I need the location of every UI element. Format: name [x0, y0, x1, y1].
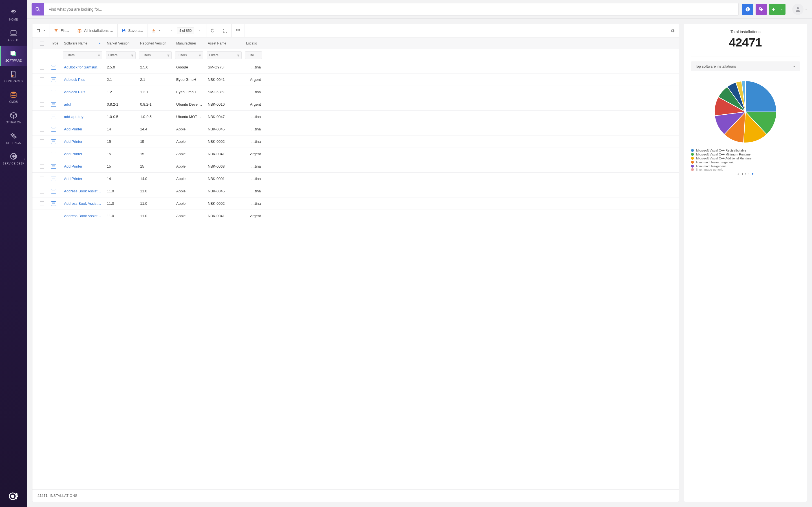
chart-dropdown-label: Top software installations: [695, 64, 736, 68]
table-row[interactable]: Address Book Assista… 11.0 11.0 Apple NB…: [33, 210, 679, 222]
col-manufacturer[interactable]: Manufacturer: [173, 41, 205, 45]
row-manufacturer: Apple: [173, 202, 205, 206]
search-button[interactable]: [32, 3, 44, 15]
tag-button[interactable]: [756, 4, 767, 15]
download-menu[interactable]: [147, 24, 165, 37]
table-row[interactable]: Add Printer 15 15 Apple NBK-0002 …tina: [33, 135, 679, 148]
row-checkbox[interactable]: [40, 189, 44, 193]
legend-prev[interactable]: ▲: [737, 172, 740, 175]
select-all-checkbox[interactable]: [40, 41, 44, 46]
grid-view-button[interactable]: [232, 24, 245, 37]
filter-asset[interactable]: [207, 51, 242, 59]
sidebar-item-contracts[interactable]: CONTRACTS: [0, 66, 27, 87]
filter-market-version[interactable]: [106, 51, 136, 59]
row-market-version: 1.2: [104, 90, 137, 94]
sidebar-item-home[interactable]: HOME: [0, 4, 27, 25]
save-icon: [121, 29, 126, 33]
table-row[interactable]: Add Printer 14 14.0 Apple NBK-0001 …tina: [33, 173, 679, 185]
save-button[interactable]: Save a…: [117, 24, 147, 37]
pager-next[interactable]: [197, 27, 202, 35]
columns-menu[interactable]: [33, 24, 50, 37]
col-software-name[interactable]: Software Name▲: [61, 41, 104, 45]
sidebar-item-software[interactable]: SOFTWARE: [0, 46, 27, 66]
table-row[interactable]: Add Printer 15 15 Apple NBK-0041 Argent: [33, 148, 679, 160]
row-asset-name: NBK-0001: [205, 177, 243, 181]
fullscreen-button[interactable]: [219, 24, 232, 37]
row-checkbox[interactable]: [40, 164, 44, 169]
row-checkbox[interactable]: [40, 90, 44, 94]
col-location[interactable]: Locatio: [243, 41, 264, 45]
row-software-name[interactable]: Address Book Assista…: [61, 202, 104, 206]
filter-location[interactable]: [245, 51, 262, 59]
add-button[interactable]: [769, 4, 785, 15]
settings-button[interactable]: [666, 24, 679, 37]
row-software-name[interactable]: Add Printer: [61, 139, 104, 144]
legend-item[interactable]: Microsoft Visual C++ Redistributable: [691, 149, 800, 152]
table-row[interactable]: Adblock Plus 1.2 1.2.1 Eyeo GmbH SM-G975…: [33, 86, 679, 98]
caret-down-icon: [158, 29, 161, 32]
row-checkbox[interactable]: [40, 77, 44, 82]
sidebar-item-assets[interactable]: ASSETS: [0, 25, 27, 46]
row-software-name[interactable]: Address Book Assista…: [61, 214, 104, 218]
legend-next[interactable]: ▼: [751, 172, 754, 175]
kpi-label: Total installations: [691, 30, 800, 34]
row-location: Argent: [243, 102, 264, 107]
avatar-caret-icon[interactable]: [805, 8, 808, 11]
row-software-name[interactable]: Add Printer: [61, 164, 104, 168]
table-row[interactable]: adcli 0.8.2-1 0.8.2-1 Ubuntu Devel… NBK-…: [33, 98, 679, 111]
table-row[interactable]: Address Book Assista… 11.0 11.0 Apple NB…: [33, 185, 679, 198]
row-checkbox[interactable]: [40, 139, 44, 144]
user-avatar[interactable]: [792, 4, 804, 15]
search-input[interactable]: [44, 3, 739, 15]
row-software-name[interactable]: Add Printer: [61, 152, 104, 156]
sidebar-item-service-desk[interactable]: SERVICE DESK›: [0, 149, 27, 169]
row-type-icon: [48, 189, 61, 193]
filter-manufacturer[interactable]: [175, 51, 203, 59]
row-software-name[interactable]: adcli: [61, 102, 104, 107]
legend-item[interactable]: Microsoft Visual C++ Minimum Runtime: [691, 152, 800, 156]
filter-reported-version[interactable]: [139, 51, 172, 59]
row-checkbox[interactable]: [40, 115, 44, 119]
row-software-name[interactable]: Add Printer: [61, 177, 104, 181]
row-asset-name: SM-G975F: [205, 90, 243, 94]
sidebar-item-cmdb[interactable]: CMDB: [0, 87, 27, 107]
row-checkbox[interactable]: [40, 127, 44, 131]
table-row[interactable]: AdBlock for Samsung… 2.5.0 2.5.0 Google …: [33, 61, 679, 73]
col-market-version[interactable]: Market Version: [104, 41, 137, 45]
row-software-name[interactable]: add-apt-key: [61, 115, 104, 119]
pie-slice[interactable]: [746, 81, 776, 112]
row-software-name[interactable]: Address Book Assista…: [61, 189, 104, 193]
alert-button[interactable]: [742, 4, 753, 15]
table-row[interactable]: Add Printer 15 15 Apple NBK-0068 …tina: [33, 160, 679, 173]
row-software-name[interactable]: Adblock Plus: [61, 90, 104, 94]
row-software-name[interactable]: Adblock Plus: [61, 77, 104, 82]
legend-item[interactable]: linux-modules-extra-generic: [691, 160, 800, 164]
row-software-name[interactable]: Add Printer: [61, 127, 104, 131]
filter-button[interactable]: Filt…: [50, 24, 73, 37]
row-software-name[interactable]: AdBlock for Samsung…: [61, 65, 104, 69]
filter-name[interactable]: [63, 51, 102, 59]
row-checkbox[interactable]: [40, 214, 44, 218]
pager-prev[interactable]: [169, 27, 174, 35]
row-checkbox[interactable]: [40, 65, 44, 69]
row-checkbox[interactable]: [40, 102, 44, 107]
refresh-button[interactable]: [206, 24, 219, 37]
row-checkbox[interactable]: [40, 177, 44, 181]
table-row[interactable]: Add Printer 14 14.4 Apple NBK-0045 …tina: [33, 123, 679, 135]
legend-item[interactable]: linux-modules-generic: [691, 164, 800, 168]
col-reported-version[interactable]: Reported Version: [137, 41, 173, 45]
status-label: INSTALLATIONS: [50, 494, 78, 498]
row-checkbox[interactable]: [40, 152, 44, 156]
chart-dropdown[interactable]: Top software installations: [691, 61, 800, 71]
col-type[interactable]: Type: [48, 41, 61, 45]
sidebar-item-other-cis[interactable]: OTHER CIs: [0, 107, 27, 128]
table-row[interactable]: add-apt-key 1.0-0.5 1.0-0.5 Ubuntu MOT… …: [33, 111, 679, 123]
sidebar-item-settings[interactable]: SETTINGS: [0, 128, 27, 149]
legend-item[interactable]: Microsoft Visual C++ Additional Runtime: [691, 156, 800, 160]
col-asset-name[interactable]: Asset Name: [205, 41, 243, 45]
table-row[interactable]: Adblock Plus 2.1 2.1 Eyeo GmbH NBK-0041 …: [33, 73, 679, 86]
table-row[interactable]: Address Book Assista… 11.0 11.0 Apple NB…: [33, 198, 679, 210]
installations-filter[interactable]: All Installations …: [73, 24, 117, 37]
row-checkbox[interactable]: [40, 202, 44, 206]
row-reported-version: 11.0: [137, 202, 173, 206]
